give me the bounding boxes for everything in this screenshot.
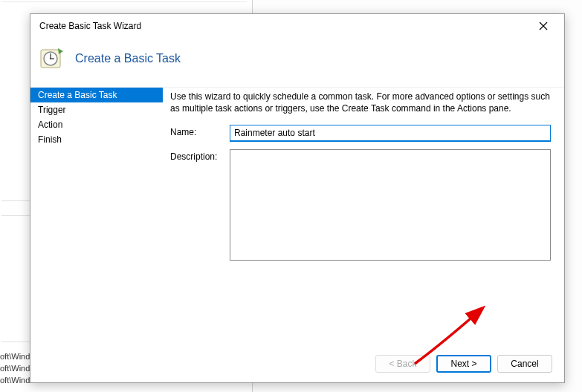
window-title: Create Basic Task Wizard bbox=[39, 21, 528, 31]
name-label: Name: bbox=[170, 125, 230, 137]
sidebar-item-action[interactable]: Action bbox=[30, 117, 163, 132]
description-input[interactable] bbox=[230, 149, 551, 261]
wizard-header: Create a Basic Task bbox=[30, 38, 564, 88]
description-label: Description: bbox=[170, 149, 230, 162]
wizard-sidebar: Create a Basic Task Trigger Action Finis… bbox=[30, 88, 163, 343]
button-bar: < Back Next > Cancel bbox=[30, 345, 564, 382]
sidebar-item-create-basic-task[interactable]: Create a Basic Task bbox=[30, 88, 163, 102]
content-area: Create a Basic Task Trigger Action Finis… bbox=[30, 88, 564, 343]
titlebar: Create Basic Task Wizard bbox=[30, 14, 564, 38]
back-button[interactable]: < Back bbox=[375, 355, 430, 373]
close-button[interactable] bbox=[528, 16, 558, 36]
wizard-dialog: Create Basic Task Wizard Create a Basic … bbox=[30, 13, 565, 383]
svg-point-4 bbox=[50, 58, 51, 59]
sidebar-item-finish[interactable]: Finish bbox=[30, 132, 163, 147]
instructions-text: Use this wizard to quickly schedule a co… bbox=[170, 91, 551, 114]
close-icon bbox=[539, 22, 548, 30]
next-button[interactable]: Next > bbox=[436, 355, 491, 373]
sidebar-item-trigger[interactable]: Trigger bbox=[30, 102, 163, 117]
description-row: Description: bbox=[170, 149, 551, 261]
main-panel: Use this wizard to quickly schedule a co… bbox=[163, 88, 564, 343]
page-title: Create a Basic Task bbox=[75, 52, 181, 65]
name-input[interactable] bbox=[230, 125, 551, 142]
name-row: Name: bbox=[170, 125, 551, 142]
cancel-button[interactable]: Cancel bbox=[497, 355, 552, 373]
bg-border bbox=[1, 1, 247, 3]
task-scheduler-icon bbox=[38, 45, 65, 72]
